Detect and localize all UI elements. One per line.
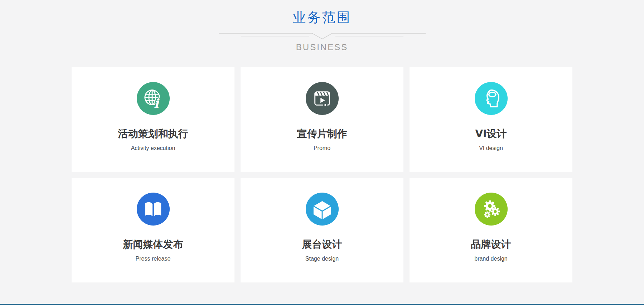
card-subtitle: Stage design bbox=[241, 256, 403, 262]
gears-icon bbox=[475, 193, 508, 226]
card-subtitle: Promo bbox=[241, 145, 403, 151]
open-book-icon bbox=[137, 193, 170, 226]
card-title: 品牌设计 bbox=[410, 238, 572, 251]
card-stage-design[interactable]: 展台设计 Stage design bbox=[241, 178, 403, 282]
section-header: 业务范围 BUSINESS bbox=[0, 0, 644, 52]
head-profile-icon bbox=[475, 82, 508, 115]
card-title: 新闻媒体发布 bbox=[72, 238, 234, 251]
globe-info-icon: i bbox=[137, 82, 170, 115]
card-subtitle: Press release bbox=[72, 256, 234, 262]
page-title: 业务范围 bbox=[0, 9, 644, 26]
cube-icon bbox=[306, 193, 339, 226]
card-title: 展台设计 bbox=[241, 238, 403, 251]
divider-chevron-ornament bbox=[219, 32, 426, 41]
card-brand-design[interactable]: 品牌设计 brand design bbox=[410, 178, 572, 282]
card-activity-execution[interactable]: i 活动策划和执行 Activity execution bbox=[72, 67, 234, 172]
card-press-release[interactable]: 新闻媒体发布 Press release bbox=[72, 178, 234, 282]
section-subtitle: BUSINESS bbox=[0, 42, 644, 52]
business-section-page: { "page": { "background_color": "#f4f4f5… bbox=[0, 0, 644, 305]
card-title: 活动策划和执行 bbox=[72, 127, 234, 141]
card-subtitle: VI design bbox=[410, 145, 572, 151]
clapperboard-play-icon bbox=[306, 82, 339, 115]
card-vi-design[interactable]: VI设计 VI design bbox=[410, 67, 572, 172]
card-subtitle: Activity execution bbox=[72, 145, 234, 151]
card-promo[interactable]: 宣传片制作 Promo bbox=[241, 67, 403, 172]
card-title: 宣传片制作 bbox=[241, 127, 403, 141]
business-cards-grid: i 活动策划和执行 Activity execution 宣传片制作 bbox=[72, 67, 572, 282]
card-subtitle: brand design bbox=[410, 256, 572, 262]
card-title: VI设计 bbox=[410, 127, 572, 141]
